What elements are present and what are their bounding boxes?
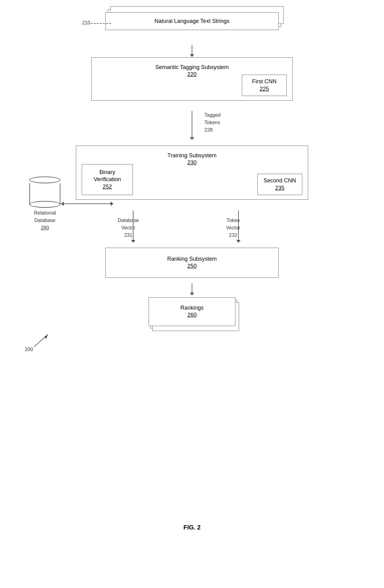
arrow-line-2: [192, 111, 192, 137]
tagged-tokens-label: Tagged Tokens 228: [204, 111, 221, 134]
cylinder-bottom: [29, 201, 60, 208]
v-line-right-ranking: [238, 211, 239, 240]
binary-ver-box: Binary Verification 252: [82, 164, 133, 195]
dashed-line-210: [91, 23, 111, 24]
training-block: Training Subsystem 230 Binary Verificati…: [76, 146, 308, 200]
db-vector-label: Database Vector 231: [118, 217, 139, 239]
rankings-title: Rankings: [180, 305, 203, 311]
relational-db-label: Relational Database 280: [29, 209, 60, 232]
second-cnn-box: Second CNN 235: [257, 174, 302, 195]
ranking-block: Ranking Subsystem 250: [105, 248, 279, 278]
ranking-number: 250: [187, 263, 197, 269]
arrowhead-ranking-rankings: [190, 293, 194, 295]
first-cnn-box: First CNN 225: [242, 75, 287, 96]
training-title: Training Subsystem: [168, 152, 216, 159]
ranking-title: Ranking Subsystem: [167, 256, 217, 262]
cylinder-body: [29, 183, 60, 205]
arrowhead-1: [190, 54, 194, 57]
label-210-area: 210: [82, 20, 90, 26]
v-line-ranking-rankings: [192, 283, 192, 293]
cylinder-top: [29, 176, 60, 183]
nlts-title: Natural Language Text Strings: [155, 18, 229, 24]
v-line-left-ranking: [133, 211, 133, 240]
arrowhead-left-ranking: [131, 240, 135, 243]
arrow-line-1: [192, 45, 192, 54]
diagram-container: Natural Language Text Strings 210 Semant…: [0, 0, 384, 542]
binary-ver-line1: Binary: [99, 169, 115, 175]
relational-db-cylinder: [29, 176, 60, 205]
label-200-area: 200: [25, 347, 33, 352]
arrow-200-svg: [33, 333, 51, 348]
binary-ver-line2: Verification: [94, 176, 121, 182]
nlts-block: Natural Language Text Strings: [105, 12, 279, 30]
training-number: 230: [187, 159, 197, 166]
second-cnn-title: Second CNN: [264, 177, 296, 184]
first-cnn-number: 225: [260, 86, 269, 92]
semantic-box: Semantic Tagging Subsystem 220 First CNN…: [91, 57, 293, 101]
arrowhead-right-ranking: [236, 240, 241, 243]
first-cnn-title: First CNN: [252, 78, 277, 85]
semantic-title: Semantic Tagging Subsystem: [155, 64, 229, 70]
h-arrow-db-training: [61, 203, 113, 204]
rankings-block: Rankings 260: [149, 297, 235, 326]
nlts-box: Natural Language Text Strings: [105, 12, 279, 30]
label-200: 200: [25, 347, 33, 352]
semantic-number: 220: [187, 71, 197, 77]
semantic-block: Semantic Tagging Subsystem 220 First CNN…: [91, 57, 293, 101]
svg-marker-1: [44, 334, 48, 339]
fig-label: FIG. 2: [183, 524, 201, 531]
rankings-number: 260: [187, 312, 197, 318]
h-line-db: [61, 203, 113, 204]
binary-ver-number: 252: [103, 184, 112, 190]
relational-db-area: Relational Database 280: [29, 176, 60, 232]
rankings-box: Rankings 260: [149, 297, 235, 326]
arrowhead-2: [190, 137, 194, 140]
arrowhead-right-training: [111, 202, 113, 206]
arrowhead-left-db: [61, 202, 64, 206]
second-cnn-number: 235: [275, 185, 284, 191]
label-210: 210: [82, 20, 90, 25]
ranking-box: Ranking Subsystem 250: [105, 248, 279, 278]
training-box: Training Subsystem 230 Binary Verificati…: [76, 146, 308, 200]
